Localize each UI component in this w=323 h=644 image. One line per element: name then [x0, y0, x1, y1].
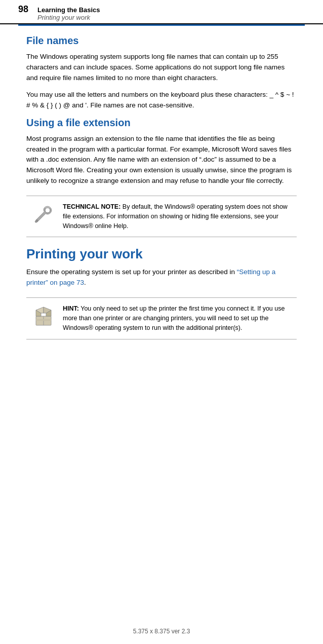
svg-rect-1	[35, 220, 38, 223]
header-section: Printing your work	[37, 14, 100, 21]
box-icon	[31, 304, 56, 328]
page-header: 98 Learning the Basics Printing your wor…	[0, 0, 323, 24]
svg-point-0	[45, 208, 50, 213]
file-names-title: File names	[26, 35, 297, 47]
file-extension-title: Using a file extension	[26, 117, 297, 129]
file-extension-para: Most programs assign an extension to the…	[26, 134, 297, 187]
technical-note-label: TECHNICAL NOTE:	[63, 203, 120, 210]
printing-para-after-link: .	[84, 279, 86, 286]
main-content: File names The Windows operating system …	[0, 26, 323, 358]
page-number: 98	[18, 4, 28, 15]
printing-intro: Ensure the operating system is set up fo…	[26, 267, 297, 288]
printing-work-title: Printing your work	[26, 246, 297, 262]
file-names-para-1: The Windows operating system supports lo…	[26, 52, 297, 84]
hint-note-box: HINT: You only need to set up the printe…	[26, 297, 297, 339]
hint-note-label: HINT:	[63, 305, 79, 312]
header-text-block: Learning the Basics Printing your work	[37, 6, 100, 21]
svg-rect-8	[36, 319, 51, 321]
technical-note-box: TECHNICAL NOTE: By default, the Windows®…	[26, 196, 297, 237]
page-footer: 5.375 x 8.375 ver 2.3	[0, 628, 323, 635]
hint-note-text: HINT: You only need to set up the printe…	[63, 304, 292, 332]
wrench-icon	[31, 202, 56, 226]
header-chapter: Learning the Basics	[37, 6, 100, 14]
footer-text: 5.375 x 8.375 ver 2.3	[133, 628, 190, 635]
printing-para-before-link: Ensure the operating system is set up fo…	[26, 268, 237, 276]
hint-note-body: You only need to set up the printer the …	[63, 305, 285, 331]
technical-note-text: TECHNICAL NOTE: By default, the Windows®…	[63, 202, 292, 231]
file-names-para-2: You may use all the letters and numbers …	[26, 90, 297, 111]
